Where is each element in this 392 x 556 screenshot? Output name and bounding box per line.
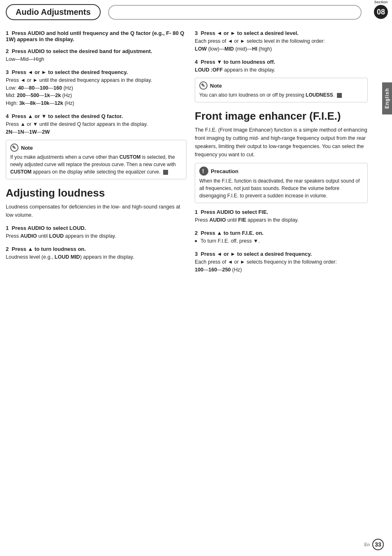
page-number: 33	[372, 539, 384, 550]
stop-icon	[163, 170, 168, 175]
loud-step-3-heading: 3 Press ◄ or ► to select a desired level…	[195, 30, 368, 36]
loud-step-4-heading: 4 Press ▼ to turn loudness off.	[195, 59, 368, 65]
loudness-note-box: Note You can also turn loudness on or of…	[195, 78, 368, 102]
fie-title: Front image enhancer (F.I.E.)	[195, 110, 368, 123]
loud-step-3-body: Each press of ◄ or ► selects level in th…	[195, 37, 368, 53]
loud-step-1-body: Press AUDIO until LOUD appears in the di…	[6, 232, 187, 240]
equalizer-note-box: Note If you make adjustments when a curv…	[6, 140, 187, 179]
stop-icon-2	[337, 93, 342, 98]
note-icon	[10, 144, 18, 152]
precaution-icon	[199, 167, 208, 176]
eq-step-2-heading: 2 Press AUDIO to select the desired band…	[6, 48, 187, 54]
fie-step-1-heading: 1 Press AUDIO to select FIE.	[195, 209, 368, 215]
fie-step-2-heading: 2 Press ▲ to turn F.I.E. on.	[195, 230, 368, 236]
eq-step-4-body: Press ▲ or ▼ until the desired Q factor …	[6, 120, 187, 136]
left-column: 1 Press AUDIO and hold until frequency a…	[6, 24, 195, 275]
top-header: Audio Adjustments Section 08	[0, 0, 392, 20]
page-footer: En 33	[364, 539, 384, 550]
header-oval	[108, 5, 362, 20]
note-label: Note	[21, 144, 33, 152]
fie-step-2-bullet: To turn F.I.E. off, press ▼.	[195, 237, 368, 245]
loudness-note-icon	[199, 81, 208, 90]
fie-step-3-heading: 3 Press ◄ or ► to select a desired frequ…	[195, 251, 368, 257]
en-label: En	[364, 542, 370, 547]
note-header: Note	[10, 144, 182, 152]
section-label: Section	[374, 0, 388, 4]
loudness-note-label: Note	[210, 82, 222, 90]
eq-step-3-body: Press ◄ or ► until the desired frequency…	[6, 76, 187, 107]
eq-step-4-heading: 4 Press ▲ or ▼ to select the desired Q f…	[6, 113, 187, 119]
right-column: 3 Press ◄ or ► to select a desired level…	[195, 24, 386, 275]
loudness-title: Adjusting loudness	[6, 187, 187, 199]
section-number: 08	[374, 5, 388, 19]
precaution-text: When the F.I.E. function is deactivated,…	[199, 177, 363, 199]
precaution-label: Precaution	[211, 167, 238, 176]
fie-step-1-body: Press AUDIO until FIE appears in the dis…	[195, 216, 368, 224]
loudness-desc: Loudness compensates for deficiencies in…	[6, 203, 187, 219]
loud-step-4-body: LOUD :OFF appears in the display.	[195, 66, 368, 74]
fie-precaution-box: Precaution When the F.I.E. function is d…	[195, 163, 368, 203]
eq-step-3-heading: 3 Press ◄ or ► to select the desired fre…	[6, 69, 187, 75]
section-badge: Section 08	[374, 0, 388, 19]
main-content: 1 Press AUDIO and hold until frequency a…	[0, 20, 392, 275]
fie-desc: The F.I.E. (Front Image Enhancer) functi…	[195, 126, 368, 159]
loud-step-1-heading: 1 Press AUDIO to select LOUD.	[6, 225, 187, 231]
section-title: Audio Adjustments	[6, 4, 101, 20]
fie-step-3-body: Each press of ◄ or ► selects frequency i…	[195, 258, 368, 274]
equalizer-note-text: If you make adjustments when a curve oth…	[10, 153, 182, 176]
loud-step-2-heading: 2 Press ▲ to turn loudness on.	[6, 246, 187, 252]
precaution-header: Precaution	[199, 167, 363, 176]
eq-step-2-body: Low—Mid—High	[6, 56, 187, 63]
loud-step-2-body: Loudness level (e.g., LOUD MID) appears …	[6, 253, 187, 261]
loudness-note-text: You can also turn loudness on or off by …	[199, 91, 363, 99]
english-tab: English	[382, 82, 392, 114]
eq-step-1-heading: 1 Press AUDIO and hold until frequency a…	[6, 30, 187, 42]
loudness-note-header: Note	[199, 81, 363, 90]
